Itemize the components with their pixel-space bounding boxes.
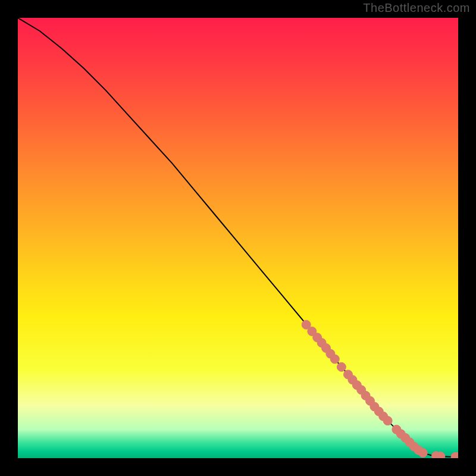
plot-area [18, 18, 458, 458]
data-marker [330, 355, 339, 364]
data-marker [418, 449, 427, 458]
data-marker [337, 362, 346, 371]
plot-svg [18, 18, 458, 458]
chart-stage: TheBottleneck.com [0, 0, 476, 476]
data-marker [383, 416, 392, 425]
gradient-background [18, 18, 458, 458]
watermark-label: TheBottleneck.com [363, 1, 470, 15]
data-marker [436, 452, 445, 458]
